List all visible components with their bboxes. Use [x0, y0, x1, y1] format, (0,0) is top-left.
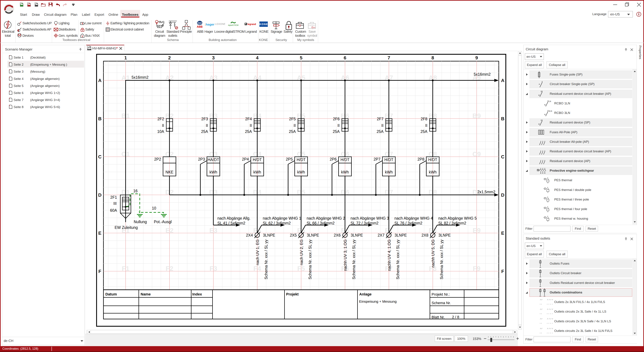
svg-text:3LNPE: 3LNPE: [395, 233, 407, 238]
svg-text:nachh UV 5, DG: nachh UV 5, DG: [431, 240, 435, 268]
svg-text:Datum: Datum: [106, 292, 117, 296]
svg-text:kWh: kWh: [341, 170, 349, 174]
svg-text:SL 41 / 5x6mm2: SL 41 / 5x6mm2: [218, 221, 246, 225]
svg-text:10A: 10A: [157, 129, 164, 134]
svg-text:H/DT: H/DT: [340, 158, 350, 162]
svg-text:nachh UV 4, 1.OG: nachh UV 4, 1.OG: [387, 240, 392, 271]
svg-text:ABB: ABB: [197, 25, 203, 28]
svg-text:II: II: [206, 123, 208, 128]
svg-text:B: B: [98, 116, 102, 121]
svg-text:Anlage: Anlage: [359, 292, 372, 296]
svg-text:II: II: [338, 123, 340, 128]
svg-text:7: 7: [388, 55, 390, 60]
svg-text:nach Abgänge WHG 4: nach Abgänge WHG 4: [394, 216, 433, 220]
svg-text:H/DT: H/DT: [384, 158, 394, 162]
svg-text:2F4: 2F4: [245, 117, 252, 121]
svg-text:Schema Nr.: Schema Nr.: [432, 301, 451, 305]
svg-text:D: D: [501, 192, 504, 198]
svg-text:SL 82 / 3x6mm2: SL 82 / 3x6mm2: [438, 221, 466, 225]
svg-text:A: A: [501, 78, 504, 83]
svg-text:2P8: 2P8: [418, 157, 424, 162]
svg-text:2F5: 2F5: [289, 117, 296, 121]
svg-text:II: II: [250, 123, 252, 128]
svg-text:SL 76 / 3x6mm2: SL 76 / 3x6mm2: [394, 221, 422, 225]
svg-text:F5: F5: [297, 265, 305, 272]
svg-text:2X8: 2X8: [422, 233, 428, 238]
svg-text:HA/DT: HA/DT: [208, 158, 219, 162]
svg-text:2P3: 2P3: [198, 157, 205, 162]
svg-text:2F6: 2F6: [333, 117, 340, 121]
svg-text:digitalSTROM: digitalSTROM: [228, 24, 238, 26]
svg-text:Nullung: Nullung: [134, 220, 147, 224]
svg-text:nach Abgänge WHG 2: nach Abgänge WHG 2: [307, 216, 345, 220]
svg-text:Projekt Nr.:: Projekt Nr.:: [432, 292, 450, 296]
svg-text:5x16mm2: 5x16mm2: [474, 72, 491, 76]
svg-text:E9: E9: [473, 227, 481, 234]
svg-text:NKE: NKE: [166, 170, 173, 174]
svg-text:2F1: 2F1: [110, 195, 117, 200]
svg-text:Einspeisung + Messung: Einspeisung + Messung: [359, 300, 397, 303]
svg-text:2F2: 2F2: [158, 117, 164, 121]
svg-text:4: 4: [256, 55, 258, 60]
svg-text:2X4: 2X4: [246, 233, 253, 238]
svg-text:B: B: [501, 116, 504, 121]
svg-text:Schema Nr. xxx / SL yy: Schema Nr. xxx / SL yy: [308, 240, 312, 279]
svg-text:Schema Nr. xxx / SL yy: Schema Nr. xxx / SL yy: [352, 240, 356, 279]
svg-text:F4: F4: [253, 265, 261, 272]
svg-text:SL 72 / 3x6mm2: SL 72 / 3x6mm2: [350, 221, 378, 225]
svg-text:EW Zuleitung: EW Zuleitung: [114, 225, 138, 230]
svg-text:2: 2: [168, 55, 171, 60]
svg-text:2P5: 2P5: [286, 157, 293, 162]
svg-text:nach Abgänge WHG 1: nach Abgänge WHG 1: [263, 216, 301, 220]
svg-text:II: II: [382, 123, 384, 128]
svg-text:2F8: 2F8: [421, 117, 428, 121]
svg-text:SL 62 / 3x6mm2: SL 62 / 3x6mm2: [263, 221, 291, 225]
svg-text:3: 3: [212, 55, 215, 60]
svg-text:nach UV 2, EG: nach UV 2, EG: [299, 240, 304, 265]
svg-text:kWh: kWh: [385, 170, 393, 174]
svg-text:II: II: [294, 123, 296, 128]
svg-text:LOXONE: LOXONE: [215, 23, 225, 25]
svg-text:F: F: [98, 269, 101, 274]
svg-text:III: III: [114, 201, 116, 206]
svg-text:H/DT: H/DT: [428, 158, 437, 162]
svg-text:2P4: 2P4: [242, 157, 249, 162]
svg-text:3LNPE: 3LNPE: [307, 233, 319, 238]
svg-text:2x1,5mm2: 2x1,5mm2: [478, 190, 495, 194]
svg-text:2F3: 2F3: [201, 117, 208, 121]
svg-text:25A: 25A: [245, 129, 252, 134]
svg-text:C: C: [501, 154, 504, 160]
svg-text:Projekt: Projekt: [286, 292, 299, 296]
svg-text:E3: E3: [210, 227, 218, 234]
svg-text:C9: C9: [472, 150, 481, 158]
svg-text:6: 6: [344, 55, 346, 60]
svg-text:2X6: 2X6: [334, 233, 341, 238]
svg-text:3LNPE: 3LNPE: [263, 233, 275, 238]
svg-text:nach Abgänge WHG 3: nach Abgänge WHG 3: [350, 216, 389, 220]
svg-text:Blatt Nr.: Blatt Nr.: [432, 315, 445, 319]
svg-text:nach Abgänge WHG 5: nach Abgänge WHG 5: [438, 216, 477, 220]
svg-text:E: E: [98, 230, 102, 236]
svg-text:3LNPE: 3LNPE: [351, 233, 363, 238]
svg-text:Schema Nr. xxx / SL yy: Schema Nr. xxx / SL yy: [396, 240, 400, 279]
svg-text:16: 16: [133, 189, 138, 193]
svg-text:5: 5: [300, 55, 302, 60]
svg-text:60A: 60A: [110, 208, 117, 212]
svg-text:E: E: [501, 230, 504, 236]
svg-text:9: 9: [475, 55, 478, 60]
svg-text:Index: Index: [192, 292, 202, 296]
svg-text:kWh: kWh: [297, 170, 305, 174]
svg-text:LN: LN: [549, 100, 551, 102]
svg-text:Schema Nr. xxx / SL yy: Schema Nr. xxx / SL yy: [440, 240, 444, 279]
svg-text:2X5: 2X5: [290, 233, 297, 238]
svg-text:8: 8: [432, 55, 434, 60]
svg-text:25A: 25A: [289, 129, 296, 134]
svg-text:Name: Name: [140, 292, 151, 296]
svg-text:25A: 25A: [420, 129, 428, 134]
svg-text:D: D: [98, 192, 102, 198]
svg-text:2P7: 2P7: [374, 157, 380, 162]
svg-text:25A: 25A: [377, 129, 384, 134]
svg-text:F2: F2: [166, 265, 173, 272]
svg-text:SL 66 / 3x6mm2: SL 66 / 3x6mm2: [307, 221, 335, 225]
svg-text:E2: E2: [166, 227, 174, 234]
